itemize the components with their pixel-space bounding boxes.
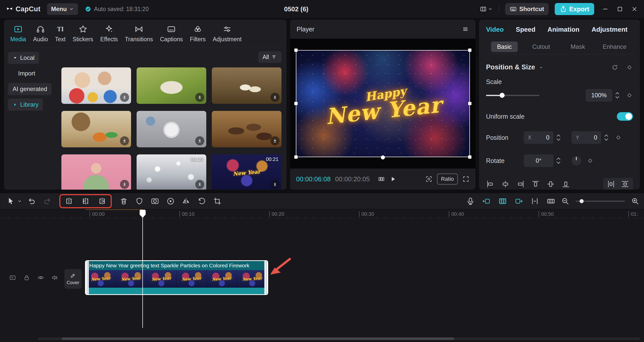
position-y-input[interactable]: Y 0 xyxy=(572,131,601,144)
resize-handle-top-left[interactable] xyxy=(294,49,298,52)
tab-animation[interactable]: Animation xyxy=(547,26,579,33)
tab-speed[interactable]: Speed xyxy=(516,26,535,33)
position-x-stepper[interactable] xyxy=(555,133,561,143)
edit-cover-button[interactable]: Cover xyxy=(64,269,82,289)
split-view-button[interactable] xyxy=(529,195,541,207)
tab-filters[interactable]: Filters xyxy=(187,25,209,43)
align-top-button[interactable] xyxy=(531,180,540,188)
subtab-enhance[interactable]: Enhance xyxy=(596,41,633,52)
tab-stickers[interactable]: Stickers xyxy=(69,25,97,43)
align-right-button[interactable] xyxy=(516,180,525,188)
close-button[interactable] xyxy=(631,6,638,13)
rotate-value-input[interactable]: 0° xyxy=(524,154,553,167)
menu-button[interactable]: Menu xyxy=(47,3,78,15)
tab-video[interactable]: Video xyxy=(486,26,504,33)
media-thumb-happy-new-year-video[interactable]: New Year 00:21 xyxy=(212,154,281,190)
download-button[interactable] xyxy=(120,93,129,102)
media-thumb-eggs-in-sack[interactable] xyxy=(212,67,281,104)
player-menu-button[interactable] xyxy=(462,26,469,33)
position-keyframe-button[interactable] xyxy=(615,134,622,141)
zoom-out-button[interactable] xyxy=(561,197,570,205)
rotate-keyframe-button[interactable] xyxy=(587,157,594,164)
download-button[interactable] xyxy=(195,93,204,102)
subtab-mask[interactable]: Mask xyxy=(559,41,596,52)
undo-button[interactable] xyxy=(26,195,38,207)
collapse-section-icon[interactable] xyxy=(539,65,544,70)
media-thumb-chocolate-eggs[interactable] xyxy=(212,111,281,147)
mirror-button[interactable] xyxy=(180,195,192,207)
distribute-vertical-button[interactable] xyxy=(621,180,629,188)
scale-slider-knob[interactable] xyxy=(500,93,505,98)
resize-handle-right[interactable] xyxy=(468,102,471,105)
download-button[interactable] xyxy=(270,93,279,102)
redo-button[interactable] xyxy=(41,195,53,207)
freeze-button[interactable] xyxy=(133,195,145,207)
delete-left-button[interactable] xyxy=(79,195,92,207)
sidebar-item-library[interactable]: Library xyxy=(8,99,43,111)
rotate-stepper[interactable] xyxy=(555,156,561,166)
align-left-button[interactable] xyxy=(486,180,495,188)
scale-slider[interactable] xyxy=(486,95,539,96)
delete-button[interactable] xyxy=(118,195,130,207)
mask-button[interactable] xyxy=(149,195,161,207)
align-bottom-button[interactable] xyxy=(561,180,570,188)
timeline-tracks-area[interactable]: 00:00 00:10 00:20 00:30 00:40 00:50 01: … xyxy=(0,209,644,342)
align-center-vertical-button[interactable] xyxy=(546,180,555,188)
record-voiceover-button[interactable] xyxy=(464,195,476,207)
delete-right-button[interactable] xyxy=(96,195,108,207)
media-thumb-egg-basket[interactable] xyxy=(137,67,206,104)
shortcut-button[interactable]: Shortcut xyxy=(505,3,549,15)
lock-track-button[interactable] xyxy=(23,274,30,281)
timeline-zoom-slider[interactable] xyxy=(576,201,625,202)
reset-button[interactable] xyxy=(611,64,618,71)
resize-handle-bottom-right[interactable] xyxy=(468,155,471,159)
preview-focus-button[interactable] xyxy=(425,176,432,183)
tab-audio[interactable]: Audio xyxy=(30,25,51,43)
fullscreen-button[interactable] xyxy=(462,176,469,183)
position-y-stepper[interactable] xyxy=(603,133,609,143)
subtab-basic[interactable]: Basic xyxy=(486,41,523,52)
split-button[interactable] xyxy=(63,195,75,207)
resize-handle-left[interactable] xyxy=(294,102,298,105)
clip-trim-handle-left[interactable] xyxy=(86,261,89,294)
frame-preview-button[interactable] xyxy=(545,195,557,207)
sidebar-item-local[interactable]: Local xyxy=(8,52,39,64)
video-clip[interactable]: Happy New Year greeting text Sparkle Par… xyxy=(85,260,268,295)
tab-captions[interactable]: Captions xyxy=(157,25,186,43)
play-button[interactable] xyxy=(389,176,396,183)
media-thumb-woman-bunny-ears[interactable] xyxy=(61,154,131,190)
track-preview-toggle[interactable] xyxy=(9,274,16,281)
layout-switch-button[interactable] xyxy=(480,6,493,13)
download-button[interactable] xyxy=(120,136,129,145)
speed-button[interactable] xyxy=(165,195,177,207)
sidebar-item-import[interactable]: Import xyxy=(8,67,40,79)
download-button[interactable] xyxy=(195,180,204,189)
mute-track-button[interactable] xyxy=(51,274,58,281)
resize-handle-bottom-left[interactable] xyxy=(294,155,298,159)
track-view-button[interactable] xyxy=(497,195,509,207)
uniform-scale-toggle[interactable] xyxy=(617,112,633,121)
crop-button[interactable] xyxy=(211,195,223,207)
align-center-horizontal-button[interactable] xyxy=(501,180,510,188)
playhead-line[interactable] xyxy=(142,210,143,328)
video-preview[interactable]: Happy New Year xyxy=(296,50,470,157)
zoom-in-button[interactable] xyxy=(631,197,639,205)
tab-effects[interactable]: Effects xyxy=(97,25,121,43)
download-button[interactable] xyxy=(270,180,279,189)
download-button[interactable] xyxy=(270,136,279,145)
ratio-button[interactable]: Ratio xyxy=(437,174,458,185)
media-thumb-dog-with-carrots[interactable] xyxy=(61,111,131,147)
minimize-button[interactable] xyxy=(602,6,609,13)
hide-track-button[interactable] xyxy=(37,274,44,281)
frame-view-button[interactable] xyxy=(378,176,385,183)
timeline-scrollbar-handle[interactable] xyxy=(62,337,454,340)
media-thumb-table-setting[interactable] xyxy=(137,111,206,147)
scale-value-input[interactable]: 100% xyxy=(586,89,612,102)
download-button[interactable] xyxy=(120,180,129,189)
media-thumb-kids-painting-eggs[interactable] xyxy=(61,67,131,104)
rotate-handle[interactable] xyxy=(381,155,385,159)
zoom-slider-knob[interactable] xyxy=(580,199,584,203)
keyframe-button[interactable] xyxy=(626,64,633,71)
sidebar-item-ai-generated[interactable]: AI generated xyxy=(8,83,52,95)
rotate-dial[interactable] xyxy=(572,156,581,165)
